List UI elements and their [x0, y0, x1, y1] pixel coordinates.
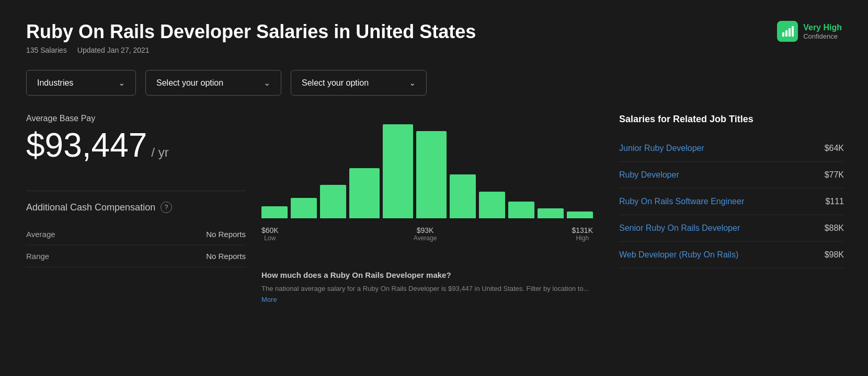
chevron-down-icon: ⌄ [118, 78, 125, 88]
subtitle: 135 Salaries Updated Jan 27, 2021 [26, 46, 476, 54]
related-job-title[interactable]: Senior Ruby On Rails Developer [619, 224, 740, 233]
svg-rect-0 [782, 32, 784, 37]
chart-bar [261, 206, 288, 218]
title-block: Ruby On Rails Developer Salaries in Unit… [26, 21, 476, 54]
related-job-row: Senior Ruby On Rails Developer$88K [619, 215, 844, 242]
chart-bar [291, 198, 317, 218]
related-job-salary: $77K [825, 170, 844, 180]
chart-bar [538, 208, 564, 218]
avg-base-pay-label: Average Base Pay [26, 114, 246, 123]
chart-bar [320, 185, 346, 218]
cash-comp-title: Additional Cash Compensation [26, 202, 155, 213]
chart-high-label: High [576, 234, 589, 242]
desc-text: The national average salary for a Ruby O… [261, 284, 593, 306]
salary-display: $93,447 / yr [26, 128, 246, 164]
comp-average-label: Average [26, 230, 55, 239]
comp-range-label: Range [26, 252, 49, 261]
cash-comp-section: Additional Cash Compensation ? Average N… [26, 191, 246, 267]
option-filter-1[interactable]: Select your option ⌄ [145, 70, 281, 96]
main-content: Average Base Pay $93,447 / yr Additional… [26, 114, 842, 313]
page-title: Ruby On Rails Developer Salaries in Unit… [26, 21, 476, 43]
chart-icon [781, 25, 794, 38]
chart-bar [508, 202, 534, 218]
chevron-down-icon: ⌄ [264, 78, 270, 88]
svg-rect-2 [789, 28, 791, 37]
confidence-icon [777, 21, 798, 42]
related-job-salary: $111 [825, 197, 844, 206]
confidence-label: Confidence [803, 32, 842, 40]
comp-row-average: Average No Reports [26, 224, 246, 245]
confidence-level: Very High [803, 23, 842, 32]
chart-label-high: $131K High [572, 226, 593, 242]
chart-low-label: Low [264, 234, 276, 242]
desc-more-link[interactable]: More [261, 296, 277, 303]
description-box: How much does a Ruby On Rails Developer … [261, 263, 593, 313]
chart-avg-value: $93K [417, 226, 434, 234]
updated-date: Updated Jan 27, 2021 [77, 46, 150, 54]
header-section: Ruby On Rails Developer Salaries in Unit… [26, 21, 842, 54]
chart-label-avg: $93K Average [414, 226, 437, 242]
right-panel: Salaries for Related Job Titles Junior R… [609, 114, 844, 313]
chart-bar [479, 192, 505, 218]
related-job-title[interactable]: Ruby On Rails Software Engineer [619, 197, 744, 206]
related-job-row: Web Developer (Ruby On Rails)$98K [619, 242, 844, 268]
related-job-salary: $88K [825, 224, 844, 233]
help-icon[interactable]: ? [161, 202, 172, 213]
comp-average-value: No Reports [206, 230, 246, 239]
salaries-count: 135 Salaries [26, 46, 67, 54]
related-job-salary: $98K [825, 250, 844, 260]
left-panel: Average Base Pay $93,447 / yr Additional… [26, 114, 246, 313]
svg-rect-3 [792, 26, 794, 37]
bar-chart [261, 114, 593, 218]
confidence-badge: Very High Confidence [777, 21, 842, 42]
option-filter-2-label: Select your option [302, 78, 369, 88]
salary-period: / yr [151, 145, 168, 160]
filters-row: Industries ⌄ Select your option ⌄ Select… [26, 70, 842, 96]
chart-bar [450, 174, 476, 218]
desc-question: How much does a Ruby On Rails Developer … [261, 271, 593, 279]
chart-label-low: $60K Low [261, 226, 279, 242]
related-job-salary: $64K [825, 144, 844, 153]
salary-amount: $93,447 [26, 128, 147, 162]
industries-label: Industries [37, 78, 73, 88]
comp-row-range: Range No Reports [26, 245, 246, 267]
related-job-row: Ruby Developer$77K [619, 162, 844, 189]
industries-filter[interactable]: Industries ⌄ [26, 70, 136, 96]
chart-bar [416, 131, 447, 218]
chevron-down-icon: ⌄ [409, 78, 416, 88]
option-filter-2[interactable]: Select your option ⌄ [291, 70, 427, 96]
chart-labels: $60K Low $93K Average $131K High [261, 226, 593, 242]
chart-bar [567, 212, 593, 218]
option-filter-1-label: Select your option [156, 78, 223, 88]
chart-bar [349, 168, 380, 218]
cash-comp-header: Additional Cash Compensation ? [26, 202, 246, 213]
comp-range-value: No Reports [206, 252, 246, 261]
chart-high-value: $131K [572, 226, 593, 234]
related-job-row: Ruby On Rails Software Engineer$111 [619, 189, 844, 215]
related-job-row: Junior Ruby Developer$64K [619, 135, 844, 162]
chart-avg-label: Average [414, 234, 437, 242]
related-jobs-list: Junior Ruby Developer$64KRuby Developer$… [619, 135, 844, 268]
chart-bar [383, 124, 413, 218]
confidence-text: Very High Confidence [803, 23, 842, 40]
related-job-title[interactable]: Junior Ruby Developer [619, 144, 704, 153]
related-jobs-title: Salaries for Related Job Titles [619, 114, 844, 125]
related-job-title[interactable]: Ruby Developer [619, 170, 679, 180]
chart-area: $60K Low $93K Average $131K High [261, 114, 593, 242]
center-panel: $60K Low $93K Average $131K High How muc… [246, 114, 609, 313]
related-job-title[interactable]: Web Developer (Ruby On Rails) [619, 250, 738, 260]
chart-low-value: $60K [261, 226, 279, 234]
svg-rect-1 [785, 30, 787, 37]
